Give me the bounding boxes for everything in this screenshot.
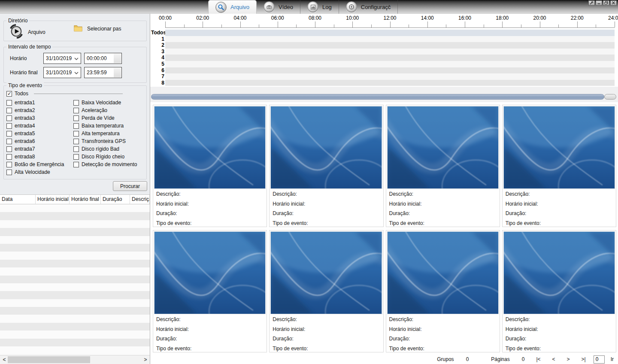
- timeline-row-track[interactable]: [165, 80, 615, 86]
- close-button[interactable]: [610, 0, 617, 6]
- checkbox-disco-r-gido-bad[interactable]: Disco rígido Bad: [73, 146, 137, 152]
- table-row: [0, 315, 150, 322]
- timeline-row-track[interactable]: [165, 30, 615, 36]
- page-number-input[interactable]: [594, 355, 605, 364]
- open-file-button[interactable]: Arquivo: [9, 24, 45, 40]
- pager-button[interactable]: <: [552, 356, 555, 362]
- table-row: [0, 267, 150, 275]
- tab-configura[interactable]: Configuraçĉ: [339, 0, 398, 14]
- video-thumbnail[interactable]: [503, 231, 615, 314]
- checkbox-todos[interactable]: Todos: [6, 91, 28, 97]
- restore-button[interactable]: [603, 0, 609, 6]
- timeline-row-track[interactable]: [165, 49, 615, 55]
- checkbox-acelera-o[interactable]: Aceleração: [73, 107, 137, 113]
- tab-v-deo[interactable]: Vídeo: [257, 0, 300, 14]
- column-header-dura-o[interactable]: Duração: [101, 195, 130, 204]
- checkbox-entrada2[interactable]: entrada2: [6, 107, 64, 113]
- end-date-value: 31/10/2019: [46, 70, 72, 76]
- tab-arquivo[interactable]: Arquivo: [208, 0, 257, 14]
- pager-button[interactable]: |<: [536, 356, 540, 362]
- checkbox-entrada1[interactable]: entrada1: [6, 100, 64, 106]
- video-thumbnail[interactable]: [154, 231, 266, 314]
- event-type-column-left: entrada1entrada2entrada3entrada4entrada5…: [6, 100, 64, 177]
- checkbox-entrada3[interactable]: entrada3: [6, 115, 64, 121]
- checkbox-disco-r-gido-cheio[interactable]: Disco Rígido cheio: [73, 154, 137, 160]
- video-thumbnail[interactable]: [387, 231, 499, 314]
- timeline-row-2[interactable]: 2: [150, 42, 618, 49]
- checkbox-entrada4[interactable]: entrada4: [6, 123, 64, 129]
- timeline-rows: Todos12345678: [150, 30, 618, 86]
- checkbox-alta-temperatura[interactable]: Alta temperatura: [73, 130, 137, 136]
- checkbox-entrada7[interactable]: entrada7: [6, 146, 64, 152]
- timeline-row-track[interactable]: [165, 36, 615, 42]
- checkbox-baixa-velocidade[interactable]: Baixa Velocidade: [73, 100, 137, 106]
- tools-button[interactable]: [588, 0, 595, 6]
- checkbox-detec-o-de-movimento[interactable]: Detecção de movimento: [73, 161, 137, 167]
- timeline-row-5[interactable]: 5: [150, 61, 618, 67]
- checkbox-entrada5[interactable]: entrada5: [6, 130, 64, 136]
- video-thumbnail[interactable]: [387, 106, 499, 189]
- timeline-scrollbar-thumb[interactable]: [151, 94, 604, 100]
- timeline-row-3[interactable]: 3: [150, 49, 618, 55]
- start-time-input[interactable]: 00:00:00: [84, 53, 122, 64]
- timeline-row-todos[interactable]: Todos: [150, 30, 618, 36]
- table-row: [0, 291, 150, 299]
- search-button[interactable]: Procurar: [113, 181, 147, 191]
- tab-log[interactable]: Log: [300, 0, 339, 14]
- timeline-tick: [615, 21, 615, 27]
- timeline-row-track[interactable]: [165, 67, 615, 74]
- video-thumbnail[interactable]: [270, 106, 382, 189]
- timeline-row-1[interactable]: 1: [150, 36, 618, 42]
- table-row: [0, 346, 150, 354]
- column-header-hor-rio-final[interactable]: Horário final: [70, 195, 101, 204]
- pager-button[interactable]: >: [567, 356, 570, 362]
- timeline-tick: [352, 21, 353, 27]
- start-date-select[interactable]: 31/10/2019: [43, 53, 81, 64]
- timeline-row-6[interactable]: 6: [150, 67, 618, 74]
- card-field-hor-rio-inicial: Horário inicial:: [154, 199, 266, 209]
- scroll-left-arrow[interactable]: <: [1, 355, 8, 364]
- timeline-row-track[interactable]: [165, 61, 615, 67]
- checkbox-bot-o-de-emerg-ncia[interactable]: Botão de Emergência: [6, 161, 64, 167]
- timeline-row-7[interactable]: 7: [150, 73, 618, 80]
- minimize-icon: [597, 0, 601, 6]
- checkbox-entrada6[interactable]: entrada6: [6, 138, 64, 144]
- checkbox-baixa-temperatura[interactable]: Baixa temperatura: [73, 123, 137, 129]
- column-header-data[interactable]: Data: [0, 195, 36, 204]
- select-folder-button[interactable]: Selecionar pas: [73, 24, 121, 33]
- event-card: Descrição:Horário inicial:Duração:Tipo d…: [153, 230, 267, 352]
- timeline-tick: [446, 24, 446, 27]
- timeline-row-track[interactable]: [165, 55, 615, 61]
- video-thumbnail[interactable]: [154, 106, 266, 189]
- checkbox-alta-velocidade[interactable]: Alta Velocidade: [6, 169, 64, 175]
- timeline-tick: [558, 24, 559, 27]
- card-field-tipo-de-evento: Tipo de evento:: [154, 343, 266, 353]
- column-header-descri[interactable]: Descriçã: [130, 195, 150, 204]
- timeline-row-track[interactable]: [165, 73, 615, 80]
- pager-button[interactable]: >|: [582, 356, 586, 362]
- card-field-tipo-de-evento: Tipo de evento:: [270, 343, 382, 353]
- checkbox-box: [73, 154, 79, 160]
- timeline-scrollbar-cap[interactable]: [604, 94, 616, 100]
- checkbox-entrada8[interactable]: entrada8: [6, 154, 64, 160]
- minimize-button[interactable]: [596, 0, 602, 6]
- checkbox-transfronteira-gps[interactable]: Transfronteira GPS: [73, 138, 137, 144]
- timeline-row-4[interactable]: 4: [150, 55, 618, 61]
- main-panel: 00:0002:0004:0006:0008:0010:0012:0014:00…: [150, 14, 618, 364]
- go-button[interactable]: Ir: [611, 356, 614, 362]
- timeline-hour-label: 00:00: [159, 15, 172, 21]
- video-thumbnail[interactable]: [270, 231, 382, 314]
- end-date-select[interactable]: 31/10/2019: [43, 67, 81, 78]
- checkbox-box: [6, 100, 12, 106]
- table-horizontal-scrollbar[interactable]: < >: [0, 355, 150, 364]
- sidebar: Diretório Arquivo Selecionar pas Interva…: [0, 14, 150, 364]
- timeline-row-8[interactable]: 8: [150, 80, 618, 86]
- video-thumbnail[interactable]: [503, 106, 615, 189]
- scroll-right-arrow[interactable]: >: [142, 355, 149, 364]
- magnifier-icon: [215, 2, 227, 13]
- checkbox-perda-de-v-de[interactable]: Perda de Víde: [73, 115, 137, 121]
- scrollbar-thumb[interactable]: [8, 356, 90, 363]
- end-time-input[interactable]: 23:59:59: [84, 67, 122, 78]
- column-header-hor-rio-inicial[interactable]: Horário inicial: [36, 195, 70, 204]
- timeline-row-track[interactable]: [165, 42, 615, 49]
